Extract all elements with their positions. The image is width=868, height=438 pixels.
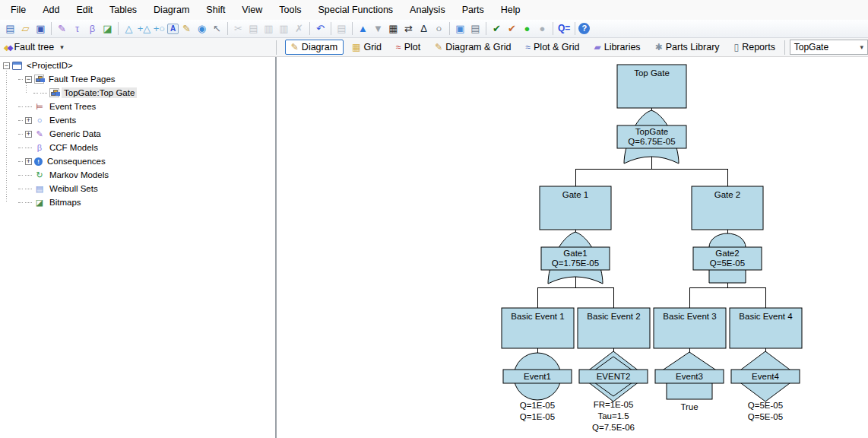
view-bar-separator xyxy=(276,40,277,55)
collapse-icon[interactable]: − xyxy=(25,76,32,83)
help-icon[interactable]: ? xyxy=(578,23,590,34)
tree-guide-line xyxy=(26,83,27,93)
new-page-icon[interactable]: ▤ xyxy=(3,21,17,36)
tree-item-markov-models[interactable]: ↻Markov Models xyxy=(0,168,275,182)
tab-libraries[interactable]: ▰Libraries xyxy=(588,40,646,55)
toolbar-separator xyxy=(51,22,52,35)
open-folder-icon[interactable]: ▱ xyxy=(18,21,33,36)
report-options-icon[interactable]: ▤ xyxy=(468,21,483,36)
menu-tools[interactable]: Tools xyxy=(271,0,309,20)
menu-diagram[interactable]: Diagram xyxy=(145,0,198,20)
verify-icon[interactable]: ✔ xyxy=(505,21,519,36)
basic-event-2-title: Basic Event 2 xyxy=(587,312,640,321)
paste-as-link-icon[interactable]: ▥ xyxy=(277,21,291,36)
consequences-icon: ! xyxy=(34,157,43,166)
delete-icon[interactable]: ✗ xyxy=(292,21,306,36)
event3-value-line: True xyxy=(680,402,698,411)
table-view-icon[interactable]: ▦ xyxy=(386,21,401,36)
menu-add[interactable]: Add xyxy=(34,0,68,20)
tab-label: Grid xyxy=(363,42,382,52)
cut-icon[interactable]: ✂ xyxy=(231,21,246,36)
add-gate-icon[interactable]: △ xyxy=(122,21,136,36)
tree-connector xyxy=(18,148,23,148)
menu-view[interactable]: View xyxy=(233,0,271,20)
expand-icon[interactable]: + xyxy=(25,117,32,124)
beta-icon[interactable]: β xyxy=(85,21,100,36)
monitor-icon[interactable]: ▣ xyxy=(453,21,467,36)
bitmap-icon[interactable]: ◪ xyxy=(100,21,115,36)
add-gate-below-icon[interactable]: +△ xyxy=(137,21,151,36)
paste-special-icon[interactable]: ▤ xyxy=(334,21,349,36)
event2-value-line: Q=7.5E-06 xyxy=(592,423,635,432)
menu-edit[interactable]: Edit xyxy=(68,0,101,20)
tau-icon[interactable]: τ xyxy=(70,21,84,36)
notepad-icon[interactable]: ✎ xyxy=(179,21,194,36)
tree-item-topgate-top-gate[interactable]: TopGate:Top Gate xyxy=(0,86,275,100)
tree-item-events[interactable]: +○Events xyxy=(0,113,275,127)
event3-house-roof-symbol[interactable] xyxy=(661,352,718,371)
add-event-icon[interactable]: +○ xyxy=(152,21,166,36)
tab-diagram[interactable]: ✎Diagram xyxy=(285,40,344,55)
gate-selector-dropdown[interactable]: TopGate ▾ xyxy=(790,40,868,55)
event2-label: EVENT2 xyxy=(597,372,631,381)
event2-value-line: Tau=1.5 xyxy=(597,411,629,421)
tree-item-generic-data[interactable]: +✎Generic Data xyxy=(0,127,275,141)
tab-label: Diagram & Grid xyxy=(445,42,511,52)
menu-parts[interactable]: Parts xyxy=(454,0,493,20)
tab-label: Parts Library xyxy=(666,42,720,52)
expand-icon[interactable]: + xyxy=(25,131,32,138)
fault-tree-selector[interactable]: ◆◆ Fault tree ▾ xyxy=(0,42,273,52)
status-disabled-icon[interactable]: ● xyxy=(535,21,550,36)
menu-analysis[interactable]: Analysis xyxy=(401,0,454,20)
generic-data-icon: ✎ xyxy=(34,129,45,139)
ole-link-icon[interactable]: ◉ xyxy=(195,21,209,36)
view-bar-separator xyxy=(784,40,785,55)
menu-file[interactable]: File xyxy=(2,0,34,20)
collapse-icon[interactable]: − xyxy=(3,62,10,69)
tab-grid[interactable]: ▦Grid xyxy=(346,40,388,55)
find-event-icon[interactable]: ○ xyxy=(432,21,446,36)
tree-item-projectid[interactable]: −<ProjectID> xyxy=(0,59,275,72)
status-enabled-icon[interactable]: ● xyxy=(520,21,534,36)
tab-label: Plot & Grid xyxy=(534,42,579,52)
tree-item-ccf-models[interactable]: βCCF Models xyxy=(0,141,275,154)
menu-special-functions[interactable]: Special Functions xyxy=(309,0,401,20)
find-gate-icon[interactable]: Δ xyxy=(417,21,431,36)
toolbar-separator xyxy=(227,22,228,35)
q-equals-icon[interactable]: Q= xyxy=(556,21,572,36)
copy-icon[interactable]: ▤ xyxy=(246,21,261,36)
menu-shift[interactable]: Shift xyxy=(198,0,233,20)
gate2-title: Gate 2 xyxy=(714,190,741,199)
move-up-icon[interactable]: ▲ xyxy=(356,21,370,36)
event1-value-line: Q=1E-05 xyxy=(520,401,555,410)
paste-icon[interactable]: ▥ xyxy=(261,21,276,36)
tab-reports[interactable]: ▯Reports xyxy=(728,40,781,55)
spell-check-icon[interactable]: ✔ xyxy=(489,21,504,36)
tree-item-consequences[interactable]: +!Consequences xyxy=(0,154,275,168)
tab-plot-grid[interactable]: ≈Plot & Grid xyxy=(519,40,585,55)
tree-item-bitmaps[interactable]: ◪Bitmaps xyxy=(0,195,275,209)
tab-diagram-grid[interactable]: ✎Diagram & Grid xyxy=(429,40,517,55)
save-icon[interactable]: ▣ xyxy=(33,21,48,36)
undo-icon[interactable]: ↶ xyxy=(313,21,328,36)
text-annotation-icon[interactable]: A xyxy=(167,24,179,34)
gate1-title: Gate 1 xyxy=(562,190,589,199)
menu-help[interactable]: Help xyxy=(493,0,529,20)
fault-tree-pages-icon xyxy=(34,75,44,84)
fit-width-icon[interactable]: ⇄ xyxy=(401,21,416,36)
gate2-value: Q=5E-05 xyxy=(710,259,745,268)
tree-item-weibull-sets[interactable]: ▤Weibull Sets xyxy=(0,182,275,195)
weibull-sets-icon: ▤ xyxy=(34,183,45,194)
tree-item-fault-tree-pages[interactable]: −Fault Tree Pages xyxy=(0,72,275,86)
application-window: FileAddEditTablesDiagramShiftViewToolsSp… xyxy=(0,0,868,438)
chevron-down-icon: ▾ xyxy=(57,43,64,51)
tree-item-event-trees[interactable]: ⊨Event Trees xyxy=(0,100,275,113)
generic-data-editor-icon[interactable]: ✎ xyxy=(55,21,69,36)
pointer-icon[interactable]: ↖ xyxy=(210,21,224,36)
tab-plot[interactable]: ≈Plot xyxy=(390,40,426,55)
tab-parts-library[interactable]: ✱Parts Library xyxy=(649,40,726,55)
menu-tables[interactable]: Tables xyxy=(101,0,145,20)
move-down-icon[interactable]: ▼ xyxy=(371,21,385,36)
tree-connector xyxy=(18,120,23,121)
expand-icon[interactable]: + xyxy=(25,158,32,165)
